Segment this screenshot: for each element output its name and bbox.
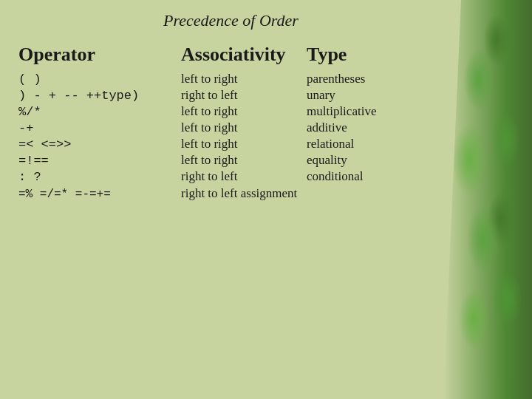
table-row: ( ) left to right parentheses	[18, 72, 443, 86]
type-cell: parentheses	[307, 72, 440, 86]
operator-cell: =< <=>>	[18, 137, 181, 151]
type-cell: equality	[307, 153, 440, 168]
assoc-cell: left to right	[181, 137, 307, 151]
operator-cell: =!==	[18, 154, 181, 168]
table-row: -+ left to right additive	[18, 120, 443, 135]
operator-cell: : ?	[18, 170, 181, 184]
operator-cell-last: =% =/=* =-=+=	[18, 188, 181, 201]
last-assoc-type: right to left assignment	[181, 186, 297, 201]
page-title: Precedence of Order	[18, 11, 443, 30]
assoc-cell: left to right	[181, 72, 307, 86]
table-row-last: =% =/=* =-=+= right to left assignment	[18, 186, 443, 201]
table-row: %/* left to right multiplicative	[18, 104, 443, 119]
type-cell: additive	[307, 120, 440, 135]
operator-cell: ) - + -- ++type)	[18, 89, 181, 103]
operator-cell: -+	[18, 121, 181, 135]
table-row: =!== left to right equality	[18, 153, 443, 168]
assoc-cell: left to right	[181, 153, 307, 168]
assoc-cell: left to right	[181, 104, 307, 119]
assoc-cell: right to left	[181, 169, 307, 184]
type-cell: relational	[307, 137, 440, 151]
header-type: Type	[307, 44, 440, 66]
main-content: Precedence of Order Operator Associativi…	[0, 0, 458, 399]
table-body: ( ) left to right parentheses ) - + -- +…	[18, 72, 443, 201]
table-row: =< <=>> left to right relational	[18, 137, 443, 151]
operator-cell: %/*	[18, 105, 181, 119]
type-cell: conditional	[307, 169, 440, 184]
table-row: : ? right to left conditional	[18, 169, 443, 184]
operator-cell: ( )	[18, 72, 181, 86]
assoc-cell: left to right	[181, 120, 307, 135]
header-associativity: Associativity	[181, 44, 307, 66]
header-operator: Operator	[18, 44, 181, 66]
assoc-cell: right to left	[181, 88, 307, 103]
table-header: Operator Associativity Type	[18, 44, 443, 66]
table-row: ) - + -- ++type) right to left unary	[18, 88, 443, 103]
type-cell: unary	[307, 88, 440, 103]
type-cell: multiplicative	[307, 104, 440, 119]
